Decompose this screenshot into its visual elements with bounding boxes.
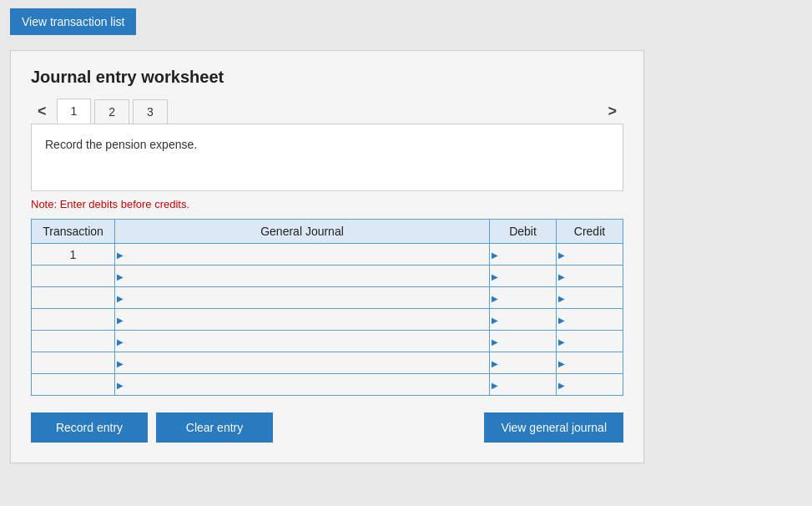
cell-arrow-icon: ▶ <box>557 293 565 302</box>
cell-arrow-icon: ▶ <box>490 271 498 281</box>
cell-arrow-icon: ▶ <box>115 380 124 389</box>
description-text: Record the pension expense. <box>45 138 197 151</box>
credit-input[interactable] <box>567 352 623 373</box>
cell-arrow-icon: ▶ <box>115 358 124 367</box>
tab-list: 1 2 3 <box>57 99 171 124</box>
general-journal-cell[interactable]: ▶ <box>115 331 490 352</box>
cell-arrow-icon: ▶ <box>115 293 124 302</box>
cell-arrow-icon: ▶ <box>115 315 124 324</box>
general-journal-input[interactable] <box>125 331 489 352</box>
table-row: ▶▶▶ <box>32 331 623 352</box>
main-container: Journal entry worksheet < 1 2 3 > Record… <box>10 50 644 463</box>
table-row: ▶▶▶ <box>32 374 623 396</box>
credit-cell[interactable]: ▶ <box>557 352 623 374</box>
cell-arrow-icon: ▶ <box>557 271 565 281</box>
credit-cell[interactable]: ▶ <box>557 287 623 309</box>
tab-3[interactable]: 3 <box>133 99 168 124</box>
transaction-cell <box>32 287 115 309</box>
table-row: ▶▶▶ <box>32 266 623 287</box>
view-general-journal-button[interactable]: View general journal <box>484 412 623 443</box>
debit-cell[interactable]: ▶ <box>490 374 557 396</box>
credit-input[interactable] <box>567 266 623 286</box>
credit-input[interactable] <box>567 331 623 352</box>
debit-cell[interactable]: ▶ <box>490 266 557 287</box>
cell-arrow-icon: ▶ <box>557 380 565 389</box>
transaction-cell <box>32 352 115 374</box>
cell-arrow-icon: ▶ <box>557 336 565 346</box>
credit-input[interactable] <box>567 374 623 395</box>
cell-arrow-icon: ▶ <box>490 315 498 324</box>
table-row: ▶▶▶ <box>32 309 623 331</box>
col-header-general-journal: General Journal <box>115 220 490 244</box>
debit-cell[interactable]: ▶ <box>490 244 557 266</box>
note-text: Note: Enter debits before credits. <box>31 198 623 210</box>
cell-arrow-icon: ▶ <box>490 336 498 346</box>
cell-arrow-icon: ▶ <box>490 293 498 302</box>
credit-cell[interactable]: ▶ <box>557 266 623 287</box>
general-journal-cell[interactable]: ▶ <box>115 244 490 266</box>
view-transaction-button[interactable]: View transaction list <box>10 8 136 35</box>
transaction-cell <box>32 309 115 331</box>
credit-input[interactable] <box>567 309 623 330</box>
transaction-cell <box>32 374 115 396</box>
debit-input[interactable] <box>500 287 556 308</box>
cell-arrow-icon: ▶ <box>557 250 565 259</box>
general-journal-cell[interactable]: ▶ <box>115 287 490 309</box>
debit-input[interactable] <box>500 309 556 330</box>
cell-arrow-icon: ▶ <box>490 380 498 389</box>
debit-input[interactable] <box>500 266 556 286</box>
general-journal-cell[interactable]: ▶ <box>115 266 490 287</box>
credit-input[interactable] <box>567 244 623 265</box>
buttons-row: Record entry Clear entry View general jo… <box>31 412 623 443</box>
credit-input[interactable] <box>567 287 623 308</box>
description-box: Record the pension expense. <box>31 124 623 191</box>
debit-cell[interactable]: ▶ <box>490 309 557 331</box>
debit-input[interactable] <box>500 244 556 265</box>
cell-arrow-icon: ▶ <box>490 358 498 367</box>
debit-cell[interactable]: ▶ <box>490 287 557 309</box>
debit-cell[interactable]: ▶ <box>490 331 557 352</box>
col-header-debit: Debit <box>490 220 557 244</box>
general-journal-input[interactable] <box>125 244 489 265</box>
tab-2[interactable]: 2 <box>94 99 129 124</box>
clear-entry-button[interactable]: Clear entry <box>156 412 273 443</box>
debit-input[interactable] <box>500 374 556 395</box>
general-journal-input[interactable] <box>125 352 489 373</box>
col-header-transaction: Transaction <box>32 220 115 244</box>
col-header-credit: Credit <box>557 220 623 244</box>
credit-cell[interactable]: ▶ <box>557 374 623 396</box>
cell-arrow-icon: ▶ <box>557 315 565 324</box>
credit-cell[interactable]: ▶ <box>557 331 623 352</box>
record-entry-button[interactable]: Record entry <box>31 412 148 443</box>
prev-tab-arrow[interactable]: < <box>31 99 53 124</box>
cell-arrow-icon: ▶ <box>115 336 124 346</box>
debit-input[interactable] <box>500 331 556 352</box>
page-wrapper: View transaction list Journal entry work… <box>0 0 812 506</box>
table-row: 1▶▶▶ <box>32 244 623 266</box>
tabs-row: < 1 2 3 > <box>31 99 623 124</box>
transaction-cell <box>32 266 115 287</box>
general-journal-cell[interactable]: ▶ <box>115 374 490 396</box>
general-journal-input[interactable] <box>125 374 489 395</box>
transaction-cell: 1 <box>32 244 115 266</box>
transaction-cell <box>32 331 115 352</box>
cell-arrow-icon: ▶ <box>490 250 498 259</box>
cell-arrow-icon: ▶ <box>115 271 124 281</box>
general-journal-input[interactable] <box>125 309 489 330</box>
general-journal-input[interactable] <box>125 287 489 308</box>
debit-input[interactable] <box>500 352 556 373</box>
top-bar: View transaction list <box>0 0 812 43</box>
cell-arrow-icon: ▶ <box>115 250 124 259</box>
table-header-row: Transaction General Journal Debit Credit <box>32 220 623 244</box>
general-journal-cell[interactable]: ▶ <box>115 352 490 374</box>
journal-table: Transaction General Journal Debit Credit… <box>31 219 623 396</box>
credit-cell[interactable]: ▶ <box>557 309 623 331</box>
table-row: ▶▶▶ <box>32 352 623 374</box>
general-journal-cell[interactable]: ▶ <box>115 309 490 331</box>
worksheet-title: Journal entry worksheet <box>31 68 623 87</box>
debit-cell[interactable]: ▶ <box>490 352 557 374</box>
general-journal-input[interactable] <box>125 266 489 286</box>
next-tab-arrow[interactable]: > <box>601 99 623 124</box>
credit-cell[interactable]: ▶ <box>557 244 623 266</box>
tab-1[interactable]: 1 <box>57 99 92 124</box>
